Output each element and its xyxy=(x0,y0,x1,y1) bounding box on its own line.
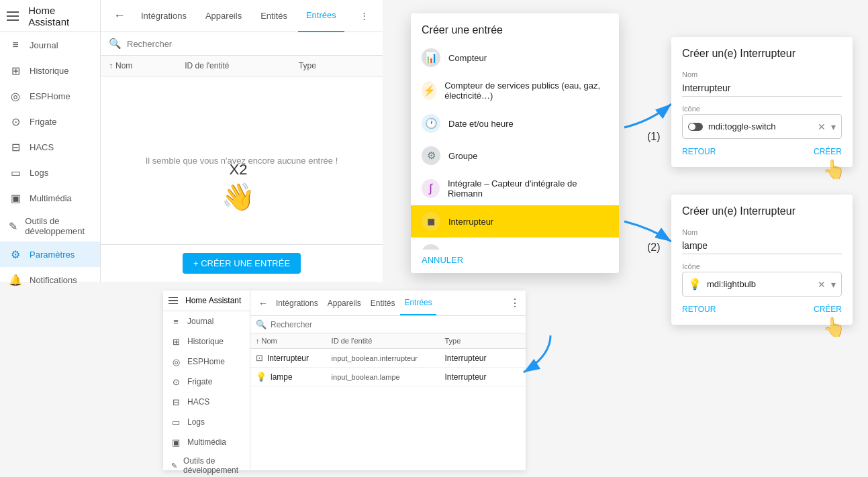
bottom-sidebar: Home Assistant ≡ Journal ⊞ Historique ◎ … xyxy=(163,290,250,470)
tab-integrations[interactable]: Intégrations xyxy=(133,0,195,32)
row-name-interrupteur: ⊡ Interrupteur xyxy=(256,353,332,363)
sidebar-item-frigate[interactable]: ⊙ Frigate xyxy=(0,109,100,134)
arrow-to-switch-2 xyxy=(624,221,671,242)
create-switch-2-icon-input[interactable] xyxy=(707,276,812,292)
sidebar-item-esphome[interactable]: ◎ ESPHome xyxy=(0,83,100,109)
hamburger-icon[interactable] xyxy=(7,8,21,24)
bottom-sidebar-hacs[interactable]: ⊟ HACS xyxy=(163,392,250,412)
create-switch-1-create-button[interactable]: CRÉER xyxy=(814,147,842,156)
create-switch-2-icon-field: Icône 💡 ✕ ▾ xyxy=(682,262,842,297)
row-type-lampe: Interrupteur xyxy=(444,372,520,382)
sidebar-label-hacs: HACS xyxy=(30,142,54,152)
dialog-label-compteur: Compteur xyxy=(448,53,487,63)
col-header-type: Type xyxy=(299,61,375,70)
bottom-tab-entrees[interactable]: Entrées xyxy=(400,291,436,315)
search-input[interactable] xyxy=(127,39,375,49)
bottom-sidebar-frigate[interactable]: ⊙ Frigate xyxy=(163,372,250,392)
sidebar-label-historique: Historique xyxy=(30,66,69,76)
bottom-tab-integrations[interactable]: Intégrations xyxy=(272,292,322,315)
dialog-item-compteur[interactable]: 📊 Compteur xyxy=(411,42,619,74)
icon-clear-2[interactable]: ✕ xyxy=(818,279,826,290)
gesture-x2: X2 👋 xyxy=(222,161,255,213)
logs-icon: ▭ xyxy=(8,165,23,180)
journal-icon: ≡ xyxy=(8,38,23,52)
bottom-frigate-icon: ⊙ xyxy=(170,376,182,388)
bottom-search-input[interactable] xyxy=(271,320,520,329)
create-switch-2-name-input[interactable] xyxy=(682,237,842,254)
bottom-col-header-type: Type xyxy=(444,337,520,345)
dialog-item-interrupteur[interactable]: ◼ Interrupteur xyxy=(411,205,619,237)
tab-entrees[interactable]: Entrées xyxy=(298,0,344,32)
hacs-icon: ⊟ xyxy=(8,140,23,154)
sidebar-item-journal[interactable]: ≡ Journal xyxy=(0,32,100,58)
dialog-item-compteur-services[interactable]: ⚡ Compteur de services publics (eau, gaz… xyxy=(411,74,619,107)
bottom-tab-appareils[interactable]: Appareils xyxy=(324,292,365,315)
cancel-button[interactable]: ANNULER xyxy=(422,255,463,265)
dialog-item-liste[interactable]: ≡ Liste déroulante xyxy=(411,237,619,250)
parametres-icon: ⚙ xyxy=(8,247,23,262)
compteur-services-icon: ⚡ xyxy=(422,81,436,100)
create-switch-1-name-input[interactable] xyxy=(682,80,842,97)
bottom-nav-more-icon[interactable]: ⋮ xyxy=(510,297,520,309)
bottom-nav: ← Intégrations Appareils Entités Entrées… xyxy=(250,290,526,316)
hand-click-icon-2: 👆 xyxy=(822,316,846,338)
top-panel: Home Assistant ≡ Journal ⊞ Historique ◎ … xyxy=(0,0,383,282)
dialog-label-compteur-services: Compteur de services publics (eau, gaz, … xyxy=(444,81,608,101)
sidebar-item-hacs[interactable]: ⊟ HACS xyxy=(0,134,100,160)
bottom-hamburger-icon[interactable] xyxy=(168,295,181,307)
bottom-label-esphome: ESPHome xyxy=(187,357,225,366)
bottom-sidebar-historique[interactable]: ⊞ Historique xyxy=(163,331,250,352)
sidebar: Home Assistant ≡ Journal ⊞ Historique ◎ … xyxy=(0,0,101,282)
dialog-item-groupe[interactable]: ⚙ Groupe xyxy=(411,140,619,172)
sidebar-item-outils[interactable]: ✎ Outils de développement xyxy=(0,211,100,242)
create-switch-1-back-button[interactable]: RETOUR xyxy=(682,147,716,156)
bottom-label-frigate: Frigate xyxy=(187,377,212,386)
bottom-sidebar-journal[interactable]: ≡ Journal xyxy=(163,311,250,331)
bottom-back-button[interactable]: ← xyxy=(256,295,271,311)
create-switch-dialog-2: Créer un(e) Interrupteur Nom Icône 💡 ✕ ▾… xyxy=(671,195,853,325)
toggle-switch-icon xyxy=(688,123,703,131)
sidebar-item-logs[interactable]: ▭ Logs xyxy=(0,160,100,185)
sidebar-item-notifications[interactable]: 🔔 Notifications xyxy=(0,267,100,293)
sidebar-item-multimedia[interactable]: ▣ Multimédia xyxy=(0,185,100,211)
x2-label: X2 xyxy=(230,161,248,178)
create-switch-1-icon-label: Icône xyxy=(682,105,842,113)
bottom-tab-entites[interactable]: Entités xyxy=(367,292,399,315)
icon-clear-1[interactable]: ✕ xyxy=(818,121,826,132)
tab-entites[interactable]: Entités xyxy=(252,0,295,32)
bottom-esphome-icon: ◎ xyxy=(170,356,182,368)
create-switch-2-create-button[interactable]: CRÉER xyxy=(814,305,842,314)
dialog-item-integrale[interactable]: ∫ Intégrale – Capteur d'intégrale de Rie… xyxy=(411,172,619,205)
bottom-journal-icon: ≡ xyxy=(170,315,182,327)
esphome-icon: ◎ xyxy=(8,89,23,103)
icon-drop-1[interactable]: ▾ xyxy=(831,121,836,132)
sidebar-label-logs: Logs xyxy=(30,168,48,178)
create-switch-dialog-1: Créer un(e) Interrupteur Nom Icône ✕ ▾ R… xyxy=(671,37,853,167)
create-switch-2-icon-container: 💡 ✕ ▾ xyxy=(682,272,842,297)
tab-appareils[interactable]: Appareils xyxy=(197,0,250,32)
bottom-col-header-nom: ↑ Nom xyxy=(256,337,332,345)
dialog-item-date-heure[interactable]: 🕐 Date et/ou heure xyxy=(411,107,619,140)
create-switch-2-back-button[interactable]: RETOUR xyxy=(682,305,716,314)
sidebar-item-historique[interactable]: ⊞ Historique xyxy=(0,58,100,83)
create-switch-1-icon-input[interactable] xyxy=(708,119,812,134)
table-row-lampe: 💡 lampe input_boolean.lampe Interrupteur xyxy=(250,368,526,386)
nav-more-icon[interactable]: ⋮ xyxy=(353,5,375,27)
date-heure-icon: 🕐 xyxy=(422,114,440,133)
bottom-sidebar-esphome[interactable]: ◎ ESPHome xyxy=(163,352,250,372)
dialog-label-liste: Liste déroulante xyxy=(448,249,511,250)
back-button[interactable]: ← xyxy=(109,5,130,27)
bottom-logs-icon: ▭ xyxy=(170,416,182,428)
sidebar-label-notifications: Notifications xyxy=(30,275,77,285)
bottom-sidebar-outils[interactable]: ✎ Outils de développement xyxy=(163,452,250,477)
step-label-1: (1) xyxy=(647,131,661,143)
sidebar-item-parametres[interactable]: ⚙ Paramètres xyxy=(0,242,100,267)
bottom-sidebar-logs[interactable]: ▭ Logs xyxy=(163,412,250,432)
hand-click-icon-1: 👆 xyxy=(822,158,846,180)
row-name-lampe: 💡 lampe xyxy=(256,372,332,382)
dialog-label-interrupteur: Interrupteur xyxy=(448,217,493,227)
bottom-sidebar-multimedia[interactable]: ▣ Multimédia xyxy=(163,432,250,452)
icon-drop-2[interactable]: ▾ xyxy=(831,279,836,290)
create-entry-button[interactable]: + CRÉER UNE ENTRÉE xyxy=(183,253,301,274)
create-switch-1-icon-field: Icône ✕ ▾ xyxy=(682,105,842,139)
